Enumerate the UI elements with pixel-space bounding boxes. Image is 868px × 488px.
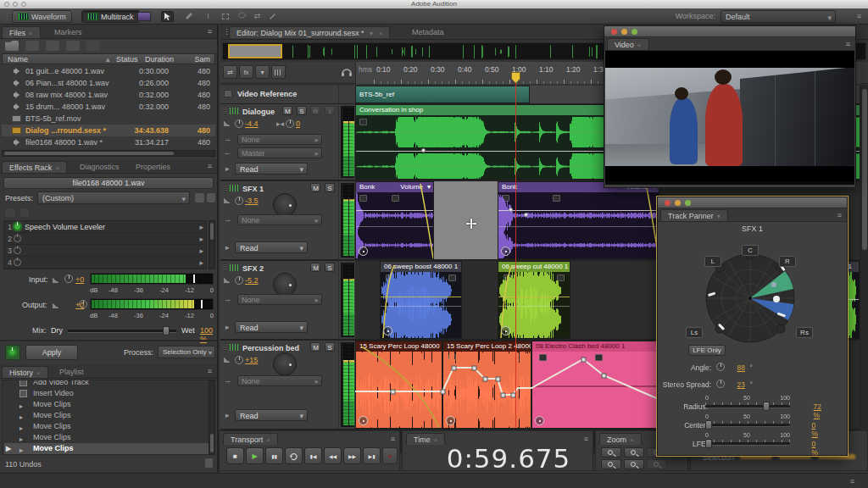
volume-value[interactable]: -5.2 bbox=[245, 276, 259, 285]
input-gain-value[interactable]: +0 bbox=[75, 275, 84, 284]
record-button[interactable]: ● bbox=[382, 447, 398, 464]
history-vscrollbar[interactable] bbox=[209, 380, 215, 455]
envelope-keyframe[interactable] bbox=[421, 148, 426, 152]
razor-tool-icon[interactable] bbox=[183, 11, 196, 22]
tracks-vscrollbar[interactable] bbox=[860, 86, 868, 453]
radius-value[interactable]: 72 % bbox=[814, 402, 821, 419]
close-icon[interactable]: × bbox=[379, 30, 383, 37]
stop-button[interactable]: ■ bbox=[226, 447, 244, 464]
fade-handle-icon[interactable] bbox=[446, 416, 455, 425]
pan-value[interactable]: 0 bbox=[296, 119, 300, 128]
tab-diagnostics[interactable]: Diagnostics bbox=[73, 161, 126, 173]
center-slider-thumb[interactable] bbox=[705, 420, 712, 430]
center-slider[interactable] bbox=[705, 424, 790, 426]
power-icon[interactable] bbox=[14, 247, 21, 254]
zoom-out-icon[interactable] bbox=[624, 447, 644, 458]
automation-mode-dropdown[interactable]: Read▾ bbox=[235, 241, 308, 253]
fade-out-curve[interactable] bbox=[397, 182, 434, 259]
lfe-only-button[interactable]: LFE Only bbox=[688, 345, 726, 356]
window-minimize-icon[interactable] bbox=[13, 2, 18, 7]
panner-titlebar[interactable] bbox=[658, 197, 847, 208]
solo-button[interactable]: S bbox=[325, 183, 335, 192]
metering-icon[interactable] bbox=[271, 65, 286, 79]
surround-panner-knob[interactable] bbox=[273, 193, 297, 217]
panel-menu-icon[interactable]: ≡ bbox=[850, 477, 854, 485]
new-content-icon[interactable] bbox=[46, 41, 59, 51]
window-close-icon[interactable] bbox=[4, 2, 9, 7]
file-row[interactable]: 15 drum... 48000 1.wav0:32.000480 bbox=[2, 101, 215, 113]
surround-panner-knob[interactable] bbox=[273, 273, 297, 297]
tab-effects-rack[interactable]: Effects Rack× bbox=[2, 161, 67, 173]
tab-track-panner[interactable]: Track Panner▾ bbox=[660, 209, 728, 221]
tab-history[interactable]: History× bbox=[2, 366, 48, 378]
mute-button[interactable]: M bbox=[310, 263, 320, 272]
perc-clip-2[interactable]: 15 Scary Perc Loop 2 48000 1 bbox=[442, 341, 531, 429]
zoom-out-selection-icon[interactable] bbox=[624, 459, 644, 469]
history-item[interactable]: ▸Move Clips bbox=[4, 399, 211, 410]
fade-handle-icon[interactable] bbox=[383, 326, 392, 336]
output-gain-value[interactable]: +0 bbox=[75, 301, 84, 309]
history-item[interactable]: Add Video Track bbox=[4, 380, 211, 388]
fade-handle-icon[interactable] bbox=[501, 326, 510, 336]
tab-files[interactable]: Files× bbox=[2, 26, 41, 38]
panel-menu-icon[interactable]: ≡ bbox=[208, 367, 212, 375]
perc-clip-1[interactable]: 15 Scary Perc Loop 48000 1 bbox=[355, 341, 442, 429]
mute-button[interactable]: M bbox=[282, 106, 292, 115]
tab-playlist[interactable]: Playlist bbox=[53, 366, 91, 378]
input-gain-knob[interactable] bbox=[64, 274, 73, 283]
fade-handle-icon[interactable] bbox=[359, 416, 368, 425]
presets-dropdown[interactable]: (Custom) ▾ bbox=[37, 191, 190, 204]
history-item[interactable]: Insert Video bbox=[4, 388, 211, 399]
overview-viewport-box[interactable] bbox=[228, 44, 282, 58]
lasso-tool-icon[interactable] bbox=[236, 11, 248, 22]
mix-slider[interactable] bbox=[68, 330, 176, 332]
lfe-value[interactable]: 0 % bbox=[811, 440, 818, 457]
tab-video[interactable]: Video× bbox=[607, 38, 649, 50]
zoom-in-icon[interactable] bbox=[601, 447, 621, 458]
trash-icon[interactable] bbox=[205, 458, 213, 468]
solo-button[interactable]: S bbox=[325, 263, 335, 272]
power-icon[interactable] bbox=[14, 235, 21, 242]
lfe-slider[interactable] bbox=[705, 442, 790, 445]
fade-handle-icon[interactable] bbox=[501, 247, 510, 256]
effect-slot[interactable]: 1Speech Volume Leveler▸ bbox=[4, 221, 206, 233]
lfe-slider-thumb[interactable] bbox=[705, 439, 712, 448]
panel-menu-icon[interactable]: ≡ bbox=[208, 27, 212, 36]
speaker-c-button[interactable]: C bbox=[742, 245, 759, 256]
tab-metadata[interactable]: Metadata bbox=[405, 26, 451, 38]
pan-knob[interactable] bbox=[286, 119, 294, 128]
spread-knob[interactable] bbox=[716, 380, 725, 388]
file-row[interactable]: 01 guit...e 48000 1.wav0:30.000480 bbox=[2, 65, 215, 77]
output-selector[interactable]: Master▸ bbox=[237, 147, 322, 158]
input-selector[interactable]: None▸ bbox=[237, 375, 322, 386]
power-icon[interactable] bbox=[14, 258, 21, 266]
percussion-track-header[interactable]: Percussion bed M S +15 → None▸ ▸ Read▾ bbox=[220, 341, 339, 429]
tab-properties[interactable]: Properties bbox=[129, 161, 177, 173]
video-clip[interactable]: BTS-5b_ref bbox=[355, 86, 530, 103]
power-icon[interactable] bbox=[14, 223, 21, 230]
pause-button[interactable]: ▮▮ bbox=[265, 447, 283, 464]
automation-mode-dropdown[interactable]: Read▾ bbox=[235, 321, 308, 333]
volume-knob[interactable] bbox=[235, 276, 243, 285]
panel-menu-icon[interactable]: ≡ bbox=[391, 435, 395, 443]
file-row-selected[interactable]: Dialog ...rround.sesx *34:43.638480 bbox=[2, 125, 215, 136]
session-icon[interactable] bbox=[137, 12, 151, 21]
play-button[interactable]: ▶ bbox=[246, 447, 264, 464]
close-icon[interactable] bbox=[611, 29, 617, 35]
file-row[interactable]: file0168 48000 1.wav *31:34.217480 bbox=[2, 136, 215, 148]
mix-slider-thumb[interactable] bbox=[163, 326, 170, 336]
sfx1-clip-1[interactable]: BonkVolume▾ bbox=[355, 181, 434, 259]
radius-slider[interactable] bbox=[705, 405, 790, 408]
file-row[interactable]: 06 Pian...st 48000 1.wav0:26.000480 bbox=[2, 77, 215, 89]
sfx2-clip-2-selected[interactable]: 06 sweep cut 48000 1 bbox=[498, 261, 570, 339]
history-item[interactable]: ▸Move Clips bbox=[4, 432, 211, 443]
trash-icon[interactable] bbox=[86, 41, 100, 51]
multitrack-view-button[interactable]: Multitrack bbox=[81, 10, 140, 23]
automation-mode-dropdown[interactable]: Read▾ bbox=[235, 163, 308, 175]
window-zoom-icon[interactable] bbox=[21, 2, 26, 7]
remove-effect-icon[interactable] bbox=[20, 208, 29, 217]
effect-slot[interactable]: 2▸ bbox=[4, 233, 206, 245]
automation-expand-icon[interactable]: ▸ bbox=[225, 164, 230, 173]
solo-button[interactable]: S bbox=[325, 342, 335, 352]
marquee-tool-icon[interactable] bbox=[219, 11, 231, 22]
